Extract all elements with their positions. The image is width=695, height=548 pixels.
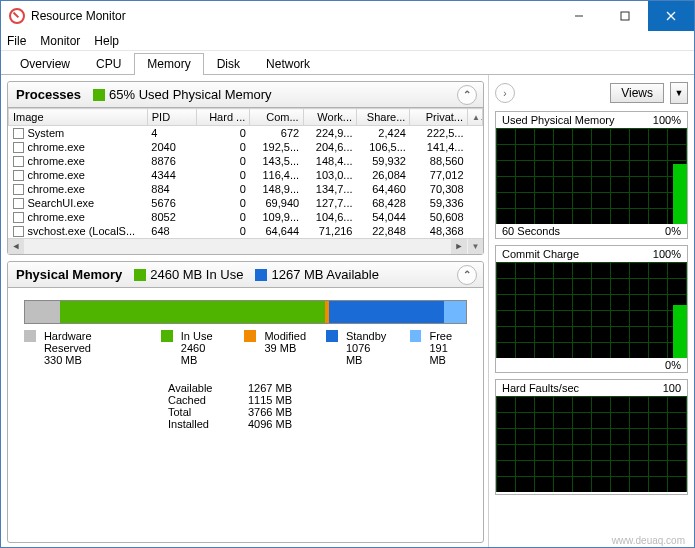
tab-disk[interactable]: Disk bbox=[204, 53, 253, 75]
table-row[interactable]: chrome.exe80520109,9...104,6...54,04450,… bbox=[9, 210, 483, 224]
swatch-icon bbox=[244, 330, 256, 342]
scroll-left-icon[interactable]: ◄ bbox=[8, 239, 24, 254]
table-row[interactable]: SearchUI.exe5676069,940127,7...68,42859,… bbox=[9, 196, 483, 210]
col-working[interactable]: Work... bbox=[303, 109, 356, 126]
scroll-down-icon[interactable]: ▼ bbox=[468, 239, 483, 254]
title-bar: Resource Monitor bbox=[1, 1, 694, 31]
legend-hardware-reserved: Hardware Reserved330 MB bbox=[24, 330, 141, 366]
col-hard[interactable]: Hard ... bbox=[196, 109, 249, 126]
table-row[interactable]: svchost.exe (LocalS...648064,64471,21622… bbox=[9, 224, 483, 238]
row-checkbox[interactable] bbox=[13, 156, 24, 167]
table-row[interactable]: chrome.exe43440116,4...103,0...26,08477,… bbox=[9, 168, 483, 182]
processes-table: Image PID Hard ... Com... Work... Share.… bbox=[8, 108, 483, 254]
tab-cpu[interactable]: CPU bbox=[83, 53, 134, 75]
legend-standby: Standby1076 MB bbox=[326, 330, 390, 366]
table-row[interactable]: chrome.exe20400192,5...204,6...106,5...1… bbox=[9, 140, 483, 154]
physical-memory-header[interactable]: Physical Memory 2460 MB In Use 1267 MB A… bbox=[8, 262, 483, 288]
table-row[interactable]: System40672224,9...2,424222,5... bbox=[9, 126, 483, 141]
available-swatch-icon bbox=[255, 269, 267, 281]
table-row[interactable]: chrome.exe88760143,5...148,4...59,93288,… bbox=[9, 154, 483, 168]
svg-rect-1 bbox=[13, 12, 19, 18]
memory-bar bbox=[24, 300, 467, 324]
watermark: www.deuaq.com bbox=[612, 535, 685, 546]
processes-usage: 65% Used Physical Memory bbox=[93, 87, 272, 102]
menu-file[interactable]: File bbox=[7, 34, 26, 48]
bar-in-use bbox=[60, 301, 325, 323]
legend-modified: Modified39 MB bbox=[244, 330, 306, 366]
chart-title: Used Physical Memory bbox=[502, 114, 614, 126]
tab-network[interactable]: Network bbox=[253, 53, 323, 75]
chart-footer-right: 0% bbox=[665, 225, 681, 237]
col-share[interactable]: Share... bbox=[357, 109, 410, 126]
collapse-charts-icon[interactable]: › bbox=[495, 83, 515, 103]
chart-max: 100% bbox=[653, 248, 681, 260]
chart-canvas bbox=[496, 128, 687, 224]
row-checkbox[interactable] bbox=[13, 142, 24, 153]
menu-help[interactable]: Help bbox=[94, 34, 119, 48]
chart-box: Hard Faults/sec100 bbox=[495, 379, 688, 495]
row-checkbox[interactable] bbox=[13, 198, 24, 209]
memory-stats: Available1267 MB Cached1115 MB Total3766… bbox=[168, 382, 483, 430]
chart-max: 100% bbox=[653, 114, 681, 126]
collapse-processes-icon[interactable]: ⌃ bbox=[457, 85, 477, 105]
swatch-icon bbox=[24, 330, 36, 342]
menu-monitor[interactable]: Monitor bbox=[40, 34, 80, 48]
row-checkbox[interactable] bbox=[13, 170, 24, 181]
app-icon bbox=[9, 8, 25, 24]
memory-legend: Hardware Reserved330 MB In Use2460 MB Mo… bbox=[24, 330, 467, 366]
swatch-icon bbox=[326, 330, 338, 342]
physical-memory-panel: Physical Memory 2460 MB In Use 1267 MB A… bbox=[7, 261, 484, 543]
chart-max: 100 bbox=[663, 382, 681, 394]
views-dropdown-icon[interactable]: ▼ bbox=[670, 82, 688, 104]
chart-title: Commit Charge bbox=[502, 248, 579, 260]
menu-bar: File Monitor Help bbox=[1, 31, 694, 51]
collapse-physmem-icon[interactable]: ⌃ bbox=[457, 265, 477, 285]
in-use-summary: 2460 MB In Use bbox=[134, 267, 243, 282]
legend-free: Free191 MB bbox=[410, 330, 467, 366]
chart-title: Hard Faults/sec bbox=[502, 382, 579, 394]
swatch-icon bbox=[161, 330, 173, 342]
tab-overview[interactable]: Overview bbox=[7, 53, 83, 75]
tab-bar: Overview CPU Memory Disk Network bbox=[1, 51, 694, 75]
row-checkbox[interactable] bbox=[13, 212, 24, 223]
col-private[interactable]: Privat... bbox=[410, 109, 468, 126]
available-summary: 1267 MB Available bbox=[255, 267, 378, 282]
chart-box: Used Physical Memory100%60 Seconds0% bbox=[495, 111, 688, 239]
col-commit[interactable]: Com... bbox=[250, 109, 303, 126]
horizontal-scrollbar[interactable]: ◄ ► ▼ bbox=[8, 238, 483, 254]
svg-rect-3 bbox=[621, 12, 629, 20]
views-button[interactable]: Views bbox=[610, 83, 664, 103]
minimize-button[interactable] bbox=[556, 1, 602, 31]
scroll-up-icon[interactable]: ▲ bbox=[468, 109, 483, 126]
charts-sidebar: › Views ▼ Used Physical Memory100%60 Sec… bbox=[488, 75, 694, 547]
col-pid[interactable]: PID bbox=[147, 109, 196, 126]
in-use-swatch-icon bbox=[134, 269, 146, 281]
col-image[interactable]: Image bbox=[9, 109, 148, 126]
scroll-right-icon[interactable]: ► bbox=[451, 239, 467, 254]
processes-panel: Processes 65% Used Physical Memory ⌃ Ima… bbox=[7, 81, 484, 255]
row-checkbox[interactable] bbox=[13, 226, 24, 237]
chart-box: Commit Charge100%0% bbox=[495, 245, 688, 373]
chart-canvas bbox=[496, 396, 687, 492]
chart-footer-left: 60 Seconds bbox=[502, 225, 560, 237]
processes-header[interactable]: Processes 65% Used Physical Memory ⌃ bbox=[8, 82, 483, 108]
close-button[interactable] bbox=[648, 1, 694, 31]
row-checkbox[interactable] bbox=[13, 128, 24, 139]
table-row[interactable]: chrome.exe8840148,9...134,7...64,46070,3… bbox=[9, 182, 483, 196]
bar-hardware-reserved bbox=[25, 301, 60, 323]
chart-footer-right: 0% bbox=[665, 359, 681, 371]
physical-memory-title: Physical Memory bbox=[16, 267, 122, 282]
swatch-icon bbox=[410, 330, 422, 342]
maximize-button[interactable] bbox=[602, 1, 648, 31]
chart-canvas bbox=[496, 262, 687, 358]
legend-in-use: In Use2460 MB bbox=[161, 330, 225, 366]
bar-free bbox=[444, 301, 466, 323]
bar-standby bbox=[329, 301, 444, 323]
processes-title: Processes bbox=[16, 87, 81, 102]
row-checkbox[interactable] bbox=[13, 184, 24, 195]
tab-memory[interactable]: Memory bbox=[134, 53, 203, 75]
usage-swatch-icon bbox=[93, 89, 105, 101]
window-title: Resource Monitor bbox=[31, 9, 556, 23]
